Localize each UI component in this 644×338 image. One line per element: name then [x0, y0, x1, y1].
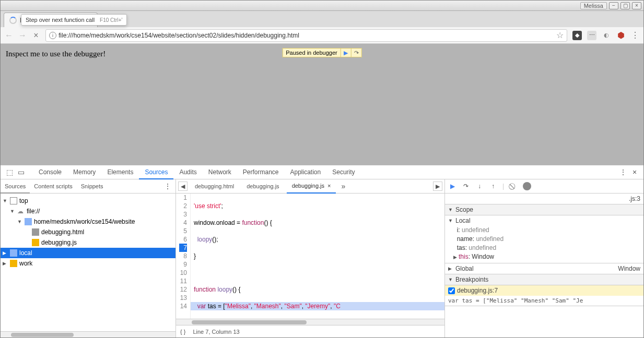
address-bar[interactable]: i file:///home/medskm/work/cse154/websit… — [45, 29, 567, 42]
devtools-menu-icon[interactable]: ⋮ — [617, 168, 629, 176]
os-titlebar: Melissa − ▢ × — [1, 1, 643, 11]
ublock-icon[interactable]: ⬢ — [616, 31, 626, 40]
scope-global[interactable]: ▶GlobalWindow — [445, 263, 643, 274]
tree-scheme[interactable]: ▼☁file:// — [1, 206, 175, 216]
paused-label: Paused in debugger — [283, 50, 340, 56]
minimize-button[interactable]: − — [609, 2, 618, 9]
tab-application[interactable]: Application — [285, 165, 327, 179]
tree-path[interactable]: ▼home/medskm/work/cse154/website — [1, 216, 175, 227]
tooltip: Step over next function call F10 Ctrl+' — [21, 14, 127, 26]
tab-performance[interactable]: Performance — [237, 165, 285, 179]
extension-icon[interactable]: ◆ — [572, 31, 582, 40]
nav-tab-content-scripts[interactable]: Content scripts — [30, 179, 76, 194]
navigator-toggle-icon[interactable]: ◀ — [178, 182, 188, 191]
devtools-tabbar: ⬚ ▭ Console Memory Elements Sources Audi… — [1, 165, 643, 179]
forward-icon[interactable]: → — [18, 31, 27, 40]
tab-network[interactable]: Network — [203, 165, 237, 179]
cloud-icon: ☁ — [17, 208, 25, 215]
editor-scrollbar[interactable] — [176, 319, 444, 325]
device-toggle-icon[interactable]: ▭ — [15, 168, 27, 176]
file-tree: ▼top ▼☁file:// ▼home/medskm/work/cse154/… — [1, 194, 175, 331]
step-over-icon[interactable]: ↷ — [351, 49, 361, 57]
breakpoints-header[interactable]: ▼Breakpoints — [445, 274, 643, 285]
close-button[interactable]: × — [632, 2, 641, 9]
debugger-toolbar: ▶ ↷ ↓ ↑ | ⃠ Step over next function call… — [445, 179, 643, 194]
tree-file[interactable]: debugging.js — [1, 237, 175, 248]
frame-icon — [10, 197, 17, 204]
deactivate-breakpoints-icon[interactable]: ⃠ — [509, 182, 518, 190]
paused-overlay: Paused in debugger ▶ ↷ — [282, 48, 361, 57]
inspect-element-icon[interactable]: ⬚ — [4, 168, 15, 176]
breakpoint-item[interactable]: debugging.js:7 — [445, 285, 643, 296]
page-content: Inspect me to use the debugger! Paused i… — [1, 44, 643, 165]
close-icon[interactable]: × — [327, 179, 331, 193]
more-tabs-icon[interactable]: » — [338, 182, 348, 190]
tab-sources[interactable]: Sources — [139, 165, 173, 179]
cursor-position: Line 7, Column 13 — [193, 329, 239, 335]
tree-file[interactable]: debugging.html — [1, 227, 175, 237]
menu-icon[interactable]: ⋮ — [631, 31, 639, 40]
nav-scrollbar[interactable] — [1, 331, 175, 337]
folder-icon — [25, 218, 32, 225]
bookmark-star-icon[interactable]: ☆ — [556, 30, 564, 40]
code-lines: 'use strict'; window.onload = function()… — [191, 194, 444, 319]
resume-icon[interactable]: ▶ — [341, 49, 351, 57]
page-text: Inspect me to use the debugger! — [6, 50, 106, 58]
pause-exceptions-icon[interactable] — [523, 182, 531, 190]
scope-local[interactable]: ▼Local — [445, 215, 643, 226]
url-text: file:///home/medskm/work/cse154/website/… — [58, 32, 299, 39]
tree-folder-local[interactable]: ▶local — [1, 248, 175, 258]
tab-audits[interactable]: Audits — [173, 165, 202, 179]
step-out-icon[interactable]: ↑ — [489, 182, 497, 190]
tree-top[interactable]: ▼top — [1, 196, 175, 206]
editor-tab[interactable]: debugging.js — [241, 179, 284, 194]
editor-status: { } Line 7, Column 13 — [176, 325, 444, 337]
resume-icon[interactable]: ▶ — [448, 182, 456, 190]
back-icon[interactable]: ← — [5, 31, 13, 40]
editor-tab[interactable]: debugging.js× — [287, 179, 336, 194]
navigator-pane: Sources Content scripts Snippets ⋮ ▼top … — [1, 179, 176, 337]
extension-icon[interactable]: ⋯ — [587, 31, 596, 40]
debugger-pane: ▶ ↷ ↓ ↑ | ⃠ Step over next function call… — [445, 179, 643, 337]
scope-header[interactable]: ▼Scope — [445, 204, 643, 215]
breakpoint-code: var tas = ["Melissa" "Manesh" "Sam" "Je — [445, 296, 643, 306]
folder-icon — [10, 260, 17, 267]
devtools-close-icon[interactable]: × — [629, 168, 640, 176]
watch-row[interactable]: w .js:3 — [445, 194, 643, 204]
code-editor[interactable]: 1234567891011121314 'use strict'; window… — [176, 194, 444, 319]
step-into-icon[interactable]: ↓ — [475, 182, 484, 190]
maximize-button[interactable]: ▢ — [620, 2, 630, 9]
browser-toolbar: ← → × i file:///home/medskm/work/cse154/… — [1, 27, 643, 44]
loading-spinner-icon — [9, 17, 17, 24]
step-over-icon[interactable]: ↷ — [462, 182, 470, 190]
extension-icon[interactable]: ◐ — [602, 31, 611, 40]
editor-tab[interactable]: debugging.html — [190, 179, 239, 194]
nav-tab-sources[interactable]: Sources — [1, 179, 30, 194]
scope-vars: i: undefined name: undefined tas: undefi… — [445, 226, 643, 263]
tab-memory[interactable]: Memory — [67, 165, 101, 179]
tab-elements[interactable]: Elements — [101, 165, 139, 179]
nav-tab-snippets[interactable]: Snippets — [77, 179, 108, 194]
tab-security[interactable]: Security — [326, 165, 360, 179]
breakpoint-checkbox[interactable] — [448, 287, 455, 294]
nav-more-icon[interactable]: ⋮ — [160, 182, 175, 190]
os-username: Melissa — [580, 2, 607, 9]
file-icon — [32, 228, 39, 236]
tree-folder-work[interactable]: ▶work — [1, 258, 175, 269]
devtools: ⬚ ▭ Console Memory Elements Sources Audi… — [1, 165, 643, 337]
info-icon[interactable]: i — [49, 32, 56, 39]
stop-icon[interactable]: × — [32, 31, 40, 40]
debugger-toggle-icon[interactable]: ▶ — [433, 182, 442, 191]
folder-icon — [10, 249, 17, 257]
file-icon — [32, 239, 39, 246]
pretty-print-icon[interactable]: { } — [180, 329, 185, 335]
editor-pane: ◀ debugging.html debugging.js debugging.… — [176, 179, 445, 337]
tab-console[interactable]: Console — [33, 165, 67, 179]
